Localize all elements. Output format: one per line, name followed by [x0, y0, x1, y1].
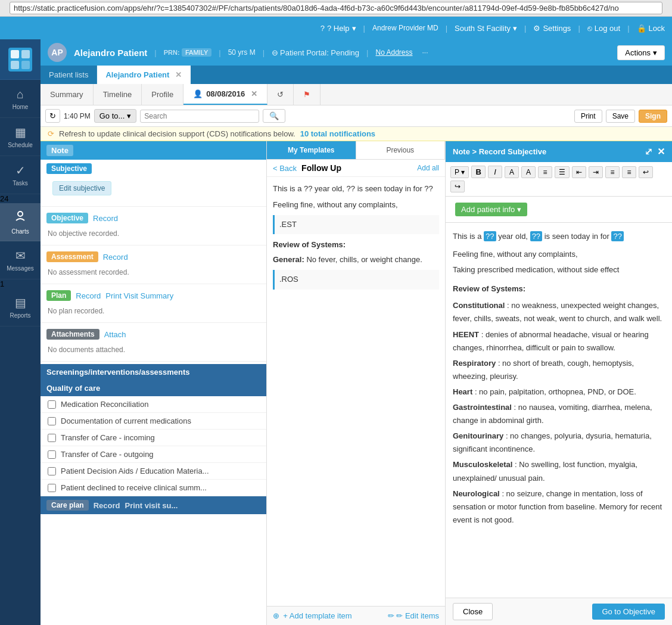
- add-template-item-link[interactable]: ⊕ + Add template item: [273, 611, 352, 620]
- quality-checkbox-2[interactable]: [48, 434, 56, 442]
- refresh-button[interactable]: ↻: [45, 109, 60, 123]
- heent-line: HEENT : denies of abnormal headache, vis…: [453, 328, 665, 355]
- quality-item-2: Transfer of Care - incoming: [41, 430, 266, 446]
- sidebar-item-schedule[interactable]: ▦ Schedule: [0, 118, 41, 156]
- provider-nav[interactable]: Andrew Provider MD: [372, 24, 438, 32]
- template-ros-section[interactable]: .ROS: [273, 270, 439, 290]
- tab-previous[interactable]: Previous: [356, 141, 446, 159]
- editor-content[interactable]: This is a ?? year old, ?? is seen today …: [446, 223, 672, 598]
- italic-button[interactable]: I: [488, 166, 502, 178]
- tab-profile[interactable]: Profile: [142, 84, 183, 105]
- tab-timeline[interactable]: Timeline: [94, 84, 142, 105]
- tasks-badge: 24: [0, 194, 8, 203]
- outdent-button[interactable]: ⇤: [572, 166, 586, 178]
- add-patient-info-button[interactable]: Add patient info ▾: [455, 203, 527, 216]
- close-patient-tab-icon[interactable]: ✕: [175, 70, 182, 79]
- sidebar: ⌂ Home ▦ Schedule ✓ Tasks 24 Charts: [0, 39, 41, 625]
- close-button[interactable]: Close: [453, 603, 493, 620]
- bold-button[interactable]: B: [471, 166, 486, 178]
- attach-link[interactable]: Attach: [104, 330, 126, 339]
- save-button[interactable]: Save: [606, 110, 635, 123]
- ordered-list-button[interactable]: ☰: [555, 166, 570, 178]
- indent-button[interactable]: ⇥: [589, 166, 603, 178]
- print-button[interactable]: Print: [574, 110, 602, 123]
- feeling-line: Feeling fine, without any complaints,: [453, 248, 665, 261]
- add-all-link[interactable]: Add all: [417, 164, 439, 172]
- tab-alejandro[interactable]: Alejandro Patient ✕: [97, 66, 191, 84]
- quality-checkbox-3[interactable]: [48, 450, 56, 459]
- settings-nav[interactable]: ⚙ Settings: [533, 24, 571, 33]
- edit-subjective-button[interactable]: Edit subjective: [52, 181, 111, 195]
- actions-button[interactable]: Actions ▾: [617, 45, 665, 60]
- assessment-header: Assessment Record: [41, 248, 266, 266]
- search-button[interactable]: 🔍: [263, 109, 285, 123]
- avatar: AP: [48, 43, 67, 62]
- no-address-link[interactable]: No Address: [375, 48, 412, 57]
- sidebar-item-tasks[interactable]: ✓ Tasks: [0, 156, 41, 194]
- plan-record-link[interactable]: Record: [76, 291, 101, 300]
- svg-rect-1: [21, 50, 30, 58]
- respiratory-label: Respiratory: [453, 359, 496, 368]
- history-icon: ↺: [277, 90, 284, 99]
- messages-icon: ✉: [15, 248, 26, 263]
- search-input[interactable]: [140, 110, 259, 123]
- help-icon: ?: [321, 24, 325, 33]
- tab-flag[interactable]: ⚑: [294, 84, 321, 105]
- logo[interactable]: [0, 39, 41, 80]
- sign-button[interactable]: Sign: [639, 110, 667, 123]
- paragraph-button[interactable]: P ▾: [450, 166, 469, 178]
- facility-nav[interactable]: South St Facility ▾: [455, 24, 517, 33]
- unordered-list-button[interactable]: ≡: [538, 166, 552, 178]
- template-est-section[interactable]: .EST: [273, 215, 439, 235]
- assessment-record-link[interactable]: Record: [103, 253, 128, 262]
- edit-items-link[interactable]: ✏ ✏ Edit items: [388, 611, 439, 620]
- print-visit-link[interactable]: Print visit su...: [125, 501, 178, 510]
- align-right-button[interactable]: ≡: [622, 166, 636, 178]
- no-assessment-text: No assessment recorded.: [41, 266, 266, 281]
- care-plan-record-link[interactable]: Record: [94, 501, 120, 510]
- schedule-icon: ▦: [15, 125, 26, 139]
- expand-icon[interactable]: ⤢: [645, 146, 652, 157]
- tab-history[interactable]: ↺: [267, 84, 294, 105]
- template-ros-label: General:: [273, 255, 304, 264]
- font-color-button[interactable]: A: [505, 166, 519, 178]
- go-to-objective-button[interactable]: Go to Objective: [592, 604, 665, 620]
- constitutional-label: Constitutional: [453, 301, 505, 310]
- subjective-header: Subjective: [41, 160, 266, 178]
- quality-checkbox-5[interactable]: [48, 484, 56, 492]
- template-panel: My Templates Previous < Back Follow Up A…: [267, 141, 446, 625]
- go-to-button[interactable]: Go to... ▾: [94, 109, 137, 123]
- font-highlight-button[interactable]: A: [521, 166, 536, 178]
- tab-patient-lists[interactable]: Patient lists: [41, 66, 97, 84]
- sidebar-item-charts[interactable]: Charts: [0, 203, 41, 241]
- notification-message: Refresh to update clinical decision supp…: [59, 129, 295, 138]
- tab-summary[interactable]: Summary: [41, 84, 94, 105]
- sidebar-item-messages[interactable]: ✉ Messages: [0, 241, 41, 279]
- align-left-button[interactable]: ≡: [605, 166, 620, 178]
- print-visit-summary-link[interactable]: Print Visit Summary: [105, 291, 173, 300]
- ros-header: Review of Systems:: [453, 282, 665, 296]
- sidebar-item-reports[interactable]: ▤ Reports: [0, 288, 41, 327]
- undo-button[interactable]: ↩: [639, 166, 653, 178]
- care-plan-header: Care plan Record Print visit su...: [41, 496, 266, 514]
- tab-my-templates[interactable]: My Templates: [267, 141, 356, 159]
- record-footer: Close Go to Objective: [446, 598, 672, 625]
- logout-nav[interactable]: ⎋ Log out: [587, 24, 620, 33]
- objective-record-link[interactable]: Record: [93, 214, 118, 223]
- attachments-badge: Attachments: [46, 329, 99, 340]
- quality-checkbox-1[interactable]: [48, 417, 56, 425]
- quality-checkbox-0[interactable]: [48, 400, 56, 409]
- back-link[interactable]: < Back: [273, 164, 297, 173]
- quality-checkbox-4[interactable]: [48, 467, 56, 475]
- help-nav[interactable]: ? ? Help ▾: [321, 24, 356, 33]
- lock-nav[interactable]: 🔒 Lock: [637, 24, 665, 33]
- close-record-icon[interactable]: ✕: [657, 146, 665, 157]
- sidebar-item-home[interactable]: ⌂ Home: [0, 80, 41, 118]
- redo-button[interactable]: ↪: [450, 181, 465, 192]
- tab-encounter[interactable]: 👤 08/08/2016 ✕: [183, 84, 267, 105]
- msk-label: Musculoskeletal: [453, 460, 512, 469]
- more-options[interactable]: ···: [422, 48, 428, 57]
- close-encounter-tab-icon[interactable]: ✕: [251, 89, 257, 98]
- highlighted-patient: ??: [530, 231, 542, 241]
- template-tabs: My Templates Previous: [267, 141, 445, 160]
